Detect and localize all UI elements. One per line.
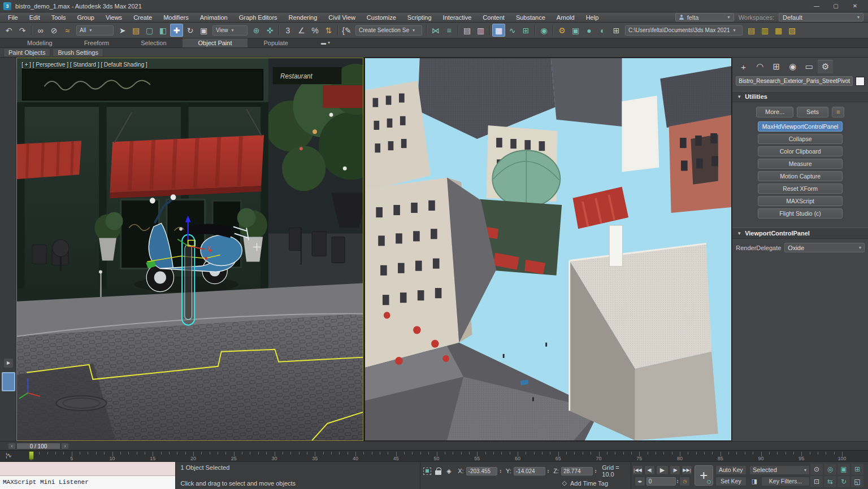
maximize-viewport-toggle[interactable]: ◱ bbox=[851, 476, 863, 487]
x-spinner[interactable]: ▴▾ bbox=[500, 469, 501, 473]
play-button[interactable]: ▶ bbox=[656, 465, 669, 475]
viewport-label[interactable]: [ + ] [ Perspective ] [ Standard ] [ Def… bbox=[21, 62, 147, 68]
previous-frame-button[interactable]: ◀| bbox=[644, 465, 655, 475]
go-to-start-button[interactable]: |◀◀ bbox=[632, 465, 643, 475]
spinner-snap-toggle[interactable]: ⇅ bbox=[322, 24, 335, 37]
tab-motion[interactable]: ◉ bbox=[785, 60, 800, 73]
menu-views[interactable]: Views bbox=[100, 12, 128, 23]
object-color-swatch[interactable] bbox=[856, 77, 865, 86]
tab-display[interactable]: ▭ bbox=[801, 60, 817, 73]
scene-explorer-toggle[interactable]: ▤ bbox=[461, 24, 474, 37]
mini-curve-editor-button[interactable]: ¦∿ bbox=[6, 452, 11, 459]
select-by-name-button[interactable]: ▤ bbox=[129, 24, 142, 37]
y-spinner[interactable]: ▴▾ bbox=[548, 469, 549, 473]
redo-button[interactable]: ↷ bbox=[16, 24, 29, 37]
field-of-view-button[interactable]: ⊡ bbox=[810, 476, 823, 487]
utility-button-flight-studio-c[interactable]: Flight Studio (c) bbox=[758, 208, 843, 219]
utilities-rollout-header[interactable]: ▼ Utilities bbox=[732, 91, 868, 102]
select-object-button[interactable]: ➤ bbox=[116, 24, 129, 37]
bind-to-space-warp-button[interactable]: ≈ bbox=[61, 24, 74, 37]
undo-button[interactable]: ↶ bbox=[2, 24, 15, 37]
utility-button-motion-capture[interactable]: Motion Capture bbox=[758, 171, 843, 181]
menu-file[interactable]: File bbox=[2, 12, 24, 23]
schematic-view-button[interactable]: ⊞ bbox=[519, 24, 532, 37]
key-filters-button[interactable]: Key Filters... bbox=[761, 477, 810, 486]
layer-explorer-toggle[interactable]: ▥ bbox=[474, 24, 487, 37]
utility-button-measure[interactable]: Measure bbox=[758, 159, 843, 169]
object-name-field[interactable]: Bistro_Research_Exterior_Paris_StreetPiv… bbox=[736, 76, 853, 86]
project-folder-dropdown[interactable]: C:\Users\felta\Documents\3ds Max 2021▾ bbox=[625, 25, 743, 36]
macro-recorder-pane[interactable] bbox=[0, 462, 175, 476]
menu-substance[interactable]: Substance bbox=[510, 12, 551, 23]
menu-customize[interactable]: Customize bbox=[361, 12, 402, 23]
select-and-rotate-button[interactable]: ↻ bbox=[184, 24, 197, 37]
named-selection-sets-dropdown[interactable]: Create Selection Se▾ bbox=[355, 25, 422, 36]
current-frame-field[interactable]: 0 bbox=[646, 477, 676, 486]
selection-lock-toggle[interactable] bbox=[433, 466, 442, 475]
minimize-button[interactable]: — bbox=[807, 1, 826, 12]
utility-button-maxscript[interactable]: MAXScript bbox=[758, 196, 843, 206]
absolute-mode-toggle[interactable]: ◈ bbox=[445, 466, 453, 475]
menu-interactive[interactable]: Interactive bbox=[437, 12, 478, 23]
state-sets-button[interactable]: ⊞ bbox=[610, 24, 623, 37]
open-project-folder-button[interactable]: ▥ bbox=[758, 24, 771, 37]
go-to-end-button[interactable]: ▶▶| bbox=[682, 465, 692, 475]
menu-civil-view[interactable]: Civil View bbox=[323, 12, 361, 23]
angle-snap-toggle[interactable]: ∠ bbox=[295, 24, 308, 37]
time-slider[interactable]: 0 / 100 bbox=[16, 443, 60, 449]
render-flyout-button[interactable]: ◐ bbox=[596, 24, 609, 37]
set-project-folder-button[interactable]: ▦ bbox=[772, 24, 785, 37]
viewport-canvas-right[interactable] bbox=[365, 58, 731, 440]
viewport-tab-arrow-button[interactable]: ▶ bbox=[4, 359, 13, 368]
render-delegate-dropdown[interactable]: Oxide ▾ bbox=[784, 243, 865, 252]
menu-scripting[interactable]: Scripting bbox=[402, 12, 437, 23]
tab-create[interactable]: + bbox=[736, 60, 751, 73]
curve-editor-button[interactable]: ∿ bbox=[506, 24, 519, 37]
frame-spinner[interactable]: ▴▾ bbox=[677, 479, 679, 483]
selection-filter-dropdown[interactable]: All▾ bbox=[76, 25, 114, 36]
viewport-aerial[interactable] bbox=[364, 58, 732, 441]
render-production-button[interactable]: ● bbox=[583, 24, 596, 37]
viewport-layout-tab-button[interactable] bbox=[2, 372, 15, 391]
menu-rendering[interactable]: Rendering bbox=[283, 12, 323, 23]
sets-button[interactable]: Sets bbox=[797, 107, 828, 117]
menu-help[interactable]: Help bbox=[580, 12, 605, 23]
select-and-move-button[interactable]: ✚ bbox=[170, 24, 183, 37]
close-button[interactable]: ✕ bbox=[845, 1, 865, 12]
zoom-all-button[interactable]: ◎ bbox=[824, 464, 836, 475]
mirror-button[interactable]: ⋈ bbox=[429, 24, 442, 37]
set-keys-button[interactable]: + bbox=[695, 465, 713, 486]
animate-selected-dropdown[interactable]: Selected ▾ bbox=[749, 465, 810, 475]
ribbon-minimize-button[interactable]: ▬▾ bbox=[321, 38, 330, 47]
z-coordinate-field[interactable]: 28.774 bbox=[561, 467, 593, 475]
viewport-perspective[interactable]: [ + ] [ Perspective ] [ Standard ] [ Def… bbox=[16, 58, 363, 441]
maxscript-mini-listener[interactable]: MAXScript Mini Listener bbox=[0, 462, 176, 489]
utility-button-reset-xform[interactable]: Reset XForm bbox=[758, 184, 843, 194]
render-setup-button[interactable]: ⚙ bbox=[555, 24, 568, 37]
user-account-dropdown[interactable]: felta ▾ bbox=[675, 13, 734, 21]
utilities-config-button[interactable]: ≡ bbox=[832, 107, 844, 117]
unlink-selection-button[interactable]: ⊘ bbox=[47, 24, 60, 37]
menu-arnold[interactable]: Arnold bbox=[551, 12, 580, 23]
orbit-button[interactable]: ↻ bbox=[837, 476, 850, 487]
selection-region-icon[interactable] bbox=[423, 466, 431, 475]
tab-utilities[interactable]: ⚙ bbox=[818, 60, 833, 73]
listener-pane[interactable]: MAXScript Mini Listener bbox=[0, 476, 175, 489]
ribbon-tab-modeling[interactable]: Modeling bbox=[11, 38, 68, 47]
ribbon-tab-selection[interactable]: Selection bbox=[125, 38, 182, 47]
asset-tracking-button[interactable]: ▤ bbox=[745, 24, 758, 37]
auto-key-toggle[interactable]: Auto Key bbox=[715, 465, 747, 475]
key-mode-toggle[interactable]: ◂▸ bbox=[635, 477, 645, 486]
time-configuration-button[interactable]: ◷ bbox=[679, 477, 690, 486]
ribbon-subtab-brush-settings[interactable]: Brush Settings bbox=[53, 48, 103, 57]
menu-create[interactable]: Create bbox=[128, 12, 158, 23]
maximize-button[interactable]: ▢ bbox=[826, 1, 845, 12]
project-hierarchy-button[interactable]: ▧ bbox=[785, 24, 798, 37]
align-button[interactable]: ≡ bbox=[442, 24, 455, 37]
rendered-frame-window-button[interactable]: ▣ bbox=[569, 24, 582, 37]
material-editor-button[interactable]: ◉ bbox=[537, 24, 550, 37]
ribbon-tab-object-paint[interactable]: Object Paint bbox=[183, 38, 248, 47]
select-and-link-button[interactable]: ∞ bbox=[34, 24, 47, 37]
zoom-extents-button[interactable]: ▣ bbox=[837, 464, 850, 475]
menu-group[interactable]: Group bbox=[71, 12, 100, 23]
